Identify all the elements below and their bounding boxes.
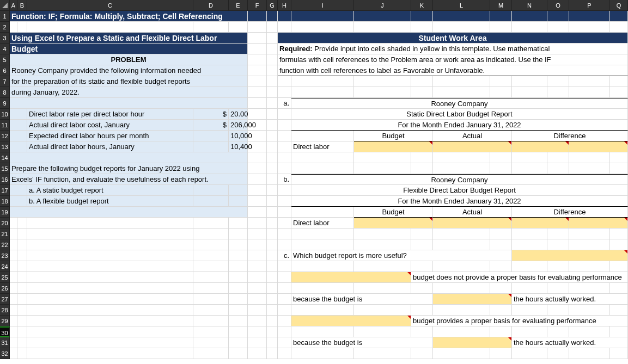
cell-F1[interactable]: [248, 11, 267, 22]
cell-G7[interactable]: [267, 76, 278, 87]
cell-B31[interactable]: [17, 337, 27, 348]
cell-C2[interactable]: [27, 22, 193, 33]
cell-O26[interactable]: [547, 283, 569, 294]
cell-G3[interactable]: [267, 33, 278, 44]
instr-1[interactable]: Prepare the following budget reports for…: [10, 163, 248, 174]
cell-N1[interactable]: [512, 11, 547, 22]
cell-F16[interactable]: [248, 174, 267, 185]
cell-H30[interactable]: [278, 326, 291, 337]
cell-K21[interactable]: [411, 229, 433, 239]
part-b-actual-input[interactable]: [433, 218, 512, 229]
cell-F28[interactable]: [248, 305, 267, 316]
cell-N32[interactable]: [512, 348, 547, 359]
cell-M24[interactable]: [490, 261, 512, 272]
row-header-13[interactable]: 13: [0, 141, 10, 152]
cell-G2[interactable]: [267, 22, 278, 33]
cell-J8[interactable]: [354, 87, 411, 98]
cell-G18[interactable]: [267, 196, 278, 207]
row-header-23[interactable]: 23: [0, 250, 10, 261]
cell-G5[interactable]: [267, 54, 278, 65]
cell-J21[interactable]: [354, 229, 411, 239]
part-b-rowlabel[interactable]: Direct labor: [291, 218, 354, 229]
cell-I28[interactable]: [291, 305, 354, 316]
cell-Q26[interactable]: [610, 283, 628, 294]
cell-K7[interactable]: [411, 76, 433, 87]
data-sym-r4[interactable]: [193, 141, 229, 152]
cell-F32[interactable]: [248, 348, 267, 359]
cell-F9[interactable]: [248, 98, 267, 109]
cell-G12[interactable]: [267, 131, 278, 141]
col-header-D[interactable]: D: [193, 0, 229, 11]
cell-D2[interactable]: [193, 22, 229, 33]
row-header-31[interactable]: 31: [0, 337, 10, 348]
cell-F5[interactable]: [248, 54, 267, 65]
cell-H21[interactable]: [278, 229, 291, 239]
cell-C22[interactable]: [27, 239, 193, 250]
cell-C25[interactable]: [27, 272, 193, 283]
cell-F10[interactable]: [248, 109, 267, 120]
cell-I22[interactable]: [291, 239, 354, 250]
part-b-title[interactable]: Flexible Direct Labor Budget Report: [291, 185, 628, 196]
cell-H9[interactable]: a.: [278, 98, 291, 109]
cell-F6[interactable]: [248, 65, 267, 76]
pad-12[interactable]: [10, 131, 27, 141]
cell-C28[interactable]: [27, 305, 193, 316]
cell-I30[interactable]: [291, 326, 354, 337]
cell-H31[interactable]: [278, 337, 291, 348]
cell-E23[interactable]: [229, 250, 248, 261]
cell-H20[interactable]: [278, 218, 291, 229]
cell-A23[interactable]: [10, 250, 17, 261]
cell-D28[interactable]: [193, 305, 229, 316]
cell-Q7[interactable]: [610, 76, 628, 87]
instr-a[interactable]: a. A static budget report: [27, 185, 193, 196]
cell-I7[interactable]: [291, 76, 354, 87]
row-header-1[interactable]: 1: [0, 11, 10, 22]
cell-H28[interactable]: [278, 305, 291, 316]
cell-C30[interactable]: [27, 326, 193, 337]
row-header-6[interactable]: 6: [0, 65, 10, 76]
cell-C21[interactable]: [27, 229, 193, 239]
cell-P22[interactable]: [569, 239, 610, 250]
cell-A30[interactable]: [10, 326, 17, 337]
row-header-9[interactable]: 9: [0, 98, 10, 109]
row-header-7[interactable]: 7: [0, 76, 10, 87]
cell-Q28[interactable]: [610, 305, 628, 316]
cell-O28[interactable]: [547, 305, 569, 316]
blank-9[interactable]: [10, 98, 248, 109]
cell-N30[interactable]: [512, 326, 547, 337]
cell-F11[interactable]: [248, 120, 267, 131]
part-b-diff-hdr[interactable]: Difference: [512, 207, 628, 218]
cell-F27[interactable]: [248, 294, 267, 305]
cell-N8[interactable]: [512, 87, 547, 98]
problem-text-3[interactable]: during January, 2022.: [10, 87, 248, 98]
cell-F17[interactable]: [248, 185, 267, 196]
cell-D25[interactable]: [193, 272, 229, 283]
cell-N15[interactable]: [512, 163, 547, 174]
cell-Q30[interactable]: [610, 326, 628, 337]
required-text-3[interactable]: function with cell references to label a…: [278, 65, 628, 76]
cell-B29[interactable]: [17, 316, 27, 326]
cell-A2[interactable]: [10, 22, 17, 33]
data-label-r2[interactable]: Actual direct labor cost, January: [27, 120, 193, 131]
cell-B22[interactable]: [17, 239, 27, 250]
part-b-fav-input[interactable]: [569, 218, 628, 229]
cell-G13[interactable]: [267, 141, 278, 152]
row-header-3[interactable]: 3: [0, 33, 10, 44]
cell-O14[interactable]: [547, 152, 569, 163]
cell-E32[interactable]: [229, 348, 248, 359]
pad-10[interactable]: [10, 109, 27, 120]
cell-K24[interactable]: [411, 261, 433, 272]
cell-Q24[interactable]: [610, 261, 628, 272]
row-header-24[interactable]: 24: [0, 261, 10, 272]
part-c-blank-4[interactable]: [433, 337, 512, 348]
part-c-text-4b[interactable]: the hours actually worked.: [512, 337, 628, 348]
cell-E31[interactable]: [229, 337, 248, 348]
cell-O1[interactable]: [547, 11, 569, 22]
cell-K8[interactable]: [411, 87, 433, 98]
cell-G4[interactable]: [267, 44, 278, 54]
problem-text-2[interactable]: for the preparation of its static and fl…: [10, 76, 248, 87]
cell-M30[interactable]: [490, 326, 512, 337]
cell-K15[interactable]: [411, 163, 433, 174]
cell-A27[interactable]: [10, 294, 17, 305]
cell-G25[interactable]: [267, 272, 278, 283]
